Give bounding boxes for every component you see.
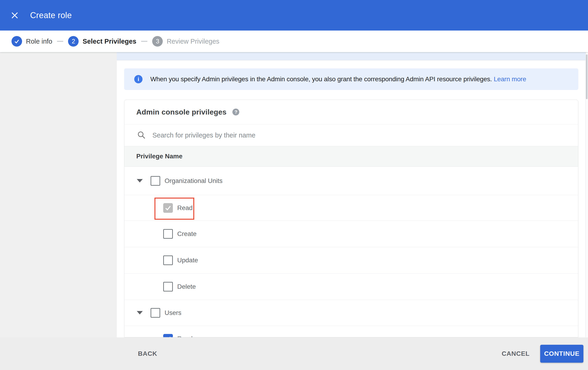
- row-label: Create: [177, 230, 197, 238]
- privileges-card: Admin console privileges ? Privilege Nam…: [124, 100, 578, 337]
- table-row-update[interactable]: Update: [124, 247, 578, 274]
- step-complete-icon: [11, 36, 22, 47]
- checkbox-create[interactable]: [163, 229, 173, 239]
- search-input[interactable]: [152, 131, 497, 139]
- row-label: Update: [177, 257, 198, 264]
- check-icon: [164, 335, 172, 337]
- cancel-button[interactable]: CANCEL: [502, 350, 530, 357]
- clipped-row-content: Read: [124, 334, 193, 337]
- checkbox-users[interactable]: [151, 308, 160, 318]
- left-gutter: [0, 52, 117, 337]
- learn-more-link[interactable]: Learn more: [494, 76, 526, 83]
- step-label: Role info: [26, 38, 52, 45]
- scrollbar-thumb[interactable]: [586, 54, 588, 99]
- checkbox-update[interactable]: [163, 255, 173, 265]
- banner-message: When you specify Admin privileges in the…: [150, 76, 492, 83]
- help-icon[interactable]: ?: [232, 109, 239, 115]
- card-title: Admin console privileges: [136, 108, 226, 116]
- table-row-organizational-units[interactable]: Organizational Units: [124, 167, 578, 195]
- step-connector: [57, 41, 63, 42]
- table-header: Privilege Name: [124, 146, 578, 167]
- table-row-users-read[interactable]: Read: [124, 326, 578, 337]
- info-banner: i When you specify Admin privileges in t…: [124, 68, 578, 90]
- collapse-arrow-icon[interactable]: [137, 311, 143, 314]
- create-role-dialog: Create role Role info 2 Select Privilege…: [0, 0, 588, 370]
- check-icon: [164, 204, 172, 212]
- scrollbar-track[interactable]: [586, 52, 588, 337]
- checkbox-delete[interactable]: [163, 282, 173, 291]
- search-icon: [137, 131, 146, 140]
- checkbox-read-checked[interactable]: [163, 203, 173, 213]
- table-row-delete[interactable]: Delete: [124, 274, 578, 300]
- close-icon[interactable]: [10, 10, 20, 20]
- dialog-title: Create role: [30, 10, 72, 20]
- table-row-users[interactable]: Users: [124, 300, 578, 326]
- step-number-badge: 3: [152, 36, 163, 47]
- step-label: Review Privileges: [167, 38, 219, 45]
- step-number-badge: 2: [68, 36, 79, 47]
- row-label: Read: [177, 204, 193, 212]
- step-label: Select Privileges: [83, 38, 136, 45]
- card-title-row: Admin console privileges ?: [124, 100, 578, 124]
- content-area: i When you specify Admin privileges in t…: [117, 52, 588, 337]
- step-select-privileges[interactable]: 2 Select Privileges: [68, 36, 136, 47]
- step-connector: [141, 41, 147, 42]
- row-label: Read: [177, 335, 193, 337]
- banner-text: When you specify Admin privileges in the…: [150, 76, 526, 83]
- row-label: Users: [165, 309, 181, 317]
- column-header-privilege-name: Privilege Name: [136, 153, 182, 160]
- step-role-info[interactable]: Role info: [11, 36, 52, 47]
- search-row: [124, 124, 578, 146]
- main-region: i When you specify Admin privileges in t…: [0, 52, 588, 337]
- collapse-arrow-icon[interactable]: [137, 179, 143, 182]
- check-icon: [14, 39, 20, 44]
- info-icon: i: [134, 75, 143, 83]
- checkbox-users-read-checked[interactable]: [163, 334, 173, 337]
- app-bar: Create role: [0, 0, 588, 30]
- continue-button[interactable]: CONTINUE: [540, 345, 583, 363]
- checkbox-organizational-units[interactable]: [151, 176, 160, 186]
- stepper: Role info 2 Select Privileges 3 Review P…: [0, 30, 588, 52]
- scrolled-content-edge: [117, 52, 588, 60]
- step-review-privileges: 3 Review Privileges: [152, 36, 219, 47]
- x-glyph: [10, 11, 19, 20]
- back-button[interactable]: BACK: [138, 350, 157, 357]
- table-row-read[interactable]: Read: [124, 195, 578, 221]
- table-row-create[interactable]: Create: [124, 221, 578, 247]
- row-label: Organizational Units: [165, 177, 222, 185]
- action-bar: BACK CANCEL CONTINUE: [0, 337, 588, 370]
- row-label: Delete: [177, 283, 196, 290]
